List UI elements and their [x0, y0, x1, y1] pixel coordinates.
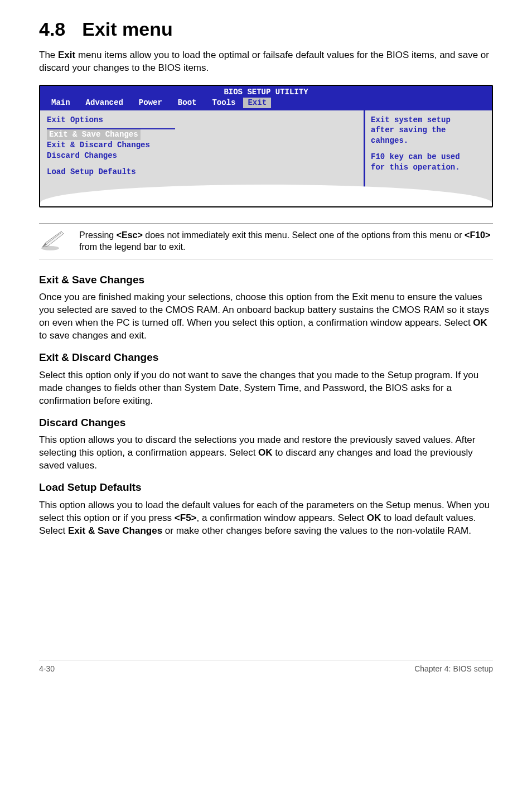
bios-help-line: cahnges.: [371, 136, 486, 146]
pencil-icon: [39, 229, 66, 252]
paragraph-load-defaults: This option allows you to load the defau…: [39, 499, 493, 538]
text-seg: Once you are finished making your select…: [39, 292, 489, 328]
subheading-load-defaults: Load Setup Defaults: [39, 480, 493, 495]
bios-help-line: after saving the: [371, 125, 486, 136]
intro-suffix: menu items allow you to load the optimal…: [39, 50, 489, 73]
bios-tab-exit[interactable]: Exit: [243, 98, 271, 108]
bold-f5: <F5>: [175, 513, 197, 523]
bios-help-pane: Exit system setup after saving the cahng…: [364, 110, 492, 194]
bios-tab-tools[interactable]: Tools: [204, 98, 243, 108]
bold-ok: OK: [473, 317, 487, 328]
bios-utility-title: BIOS SETUP UTILITY: [40, 86, 492, 98]
section-number: 4.8: [39, 18, 65, 40]
bios-body: Exit Options Exit & Save Changes Exit & …: [40, 110, 492, 194]
intro-bold: Exit: [58, 50, 75, 60]
bios-menubar: Main Advanced Power Boot Tools Exit: [40, 98, 492, 110]
intro-prefix: The: [39, 50, 58, 60]
subheading-exit-discard: Exit & Discard Changes: [39, 350, 493, 365]
subheading-exit-save: Exit & Save Changes: [39, 273, 493, 287]
note-seg: Pressing: [79, 230, 117, 240]
note-key-f10: <F10>: [465, 230, 490, 240]
text-seg: or make other changes before saving the …: [162, 525, 471, 536]
note-seg: from the legend bar to exit.: [79, 242, 185, 252]
intro-paragraph: The Exit menu items allow you to load th…: [39, 49, 493, 75]
subheading-discard: Discard Changes: [39, 416, 493, 430]
bios-help-line: F10 key can be used: [371, 152, 486, 162]
bios-tab-boot[interactable]: Boot: [170, 98, 205, 108]
bold-ok: OK: [258, 447, 273, 458]
note-key-esc: <Esc>: [117, 230, 143, 240]
text-seg: , a confirmation window appears. Select: [197, 513, 367, 523]
page-footer: 4-30 Chapter 4: BIOS setup: [39, 660, 493, 674]
bios-help-line: Exit system setup: [371, 115, 486, 125]
bios-item-exit-discard[interactable]: Exit & Discard Changes: [47, 140, 357, 151]
section-title: 4.8Exit menu: [39, 17, 493, 42]
bios-item-discard[interactable]: Discard Changes: [47, 151, 357, 161]
section-name: Exit menu: [82, 18, 172, 40]
paragraph-exit-discard: Select this option only if you do not wa…: [39, 369, 493, 408]
bios-bottom-curve: [40, 194, 492, 206]
text-seg: to save changes and exit.: [39, 330, 147, 341]
paragraph-discard: This option allows you to discard the se…: [39, 434, 493, 472]
bios-item-exit-save[interactable]: Exit & Save Changes: [47, 129, 141, 140]
bios-item-load-defaults[interactable]: Load Setup Defaults: [47, 167, 357, 177]
bios-tab-advanced[interactable]: Advanced: [78, 98, 131, 108]
note-block: Pressing <Esc> does not immediately exit…: [39, 223, 493, 259]
bold-ok: OK: [367, 513, 381, 523]
footer-chapter: Chapter 4: BIOS setup: [414, 664, 493, 674]
bios-screenshot: BIOS SETUP UTILITY Main Advanced Power B…: [39, 85, 493, 207]
footer-page-number: 4-30: [39, 664, 55, 674]
bios-tab-main[interactable]: Main: [43, 98, 78, 108]
bios-tab-power[interactable]: Power: [131, 98, 170, 108]
note-seg: does not immediately exit this menu. Sel…: [143, 230, 465, 240]
note-text: Pressing <Esc> does not immediately exit…: [79, 229, 493, 253]
bios-help-line: for this operation.: [371, 162, 486, 173]
bios-left-heading: Exit Options: [47, 115, 357, 125]
paragraph-exit-save: Once you are finished making your select…: [39, 291, 493, 342]
bold-exit-save: Exit & Save Changes: [68, 525, 162, 536]
bios-left-pane: Exit Options Exit & Save Changes Exit & …: [40, 110, 364, 194]
svg-line-3: [47, 233, 61, 244]
